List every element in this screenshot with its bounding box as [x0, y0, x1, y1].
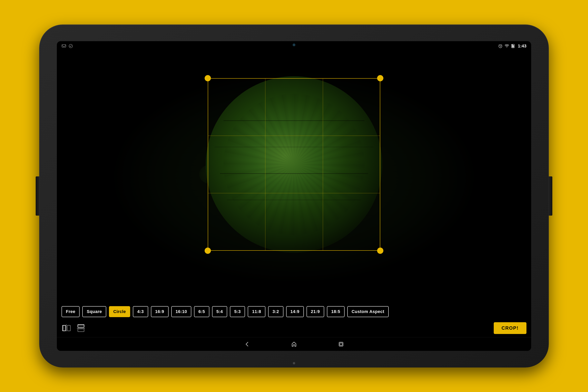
navigation-bar [57, 337, 531, 351]
bottom-toolbar: FreeSquareCircle4:316:916:106:55:45:311:… [57, 303, 531, 351]
nav-back-button[interactable] [243, 340, 251, 348]
crop-handle-bottom-right[interactable] [377, 248, 384, 254]
aspect-btn-square[interactable]: Square [82, 306, 106, 317]
action-icons-group [62, 323, 86, 333]
home-icon [291, 341, 297, 347]
signal-icon [511, 44, 515, 48]
crop-handle-top-left[interactable] [204, 75, 211, 81]
flip-h-icon [62, 324, 71, 332]
tablet-device: 1:43 [39, 24, 549, 368]
flip-v-icon [77, 324, 85, 332]
check-icon [68, 44, 73, 48]
svg-rect-7 [62, 325, 64, 331]
notification-icon [62, 44, 66, 48]
flip-vertical-button[interactable] [76, 323, 86, 333]
aspect-btn-5-3[interactable]: 5:3 [230, 306, 245, 317]
time-display: 1:43 [518, 44, 526, 48]
aspect-btn-16-10[interactable]: 16:10 [171, 306, 192, 317]
status-left-icons [62, 44, 73, 48]
crop-button[interactable]: CROP! [494, 322, 526, 334]
aspect-btn-3-2[interactable]: 3:2 [268, 306, 283, 317]
crop-handle-bottom-left[interactable] [204, 248, 211, 254]
aspect-btn-18-5[interactable]: 18:5 [327, 306, 344, 317]
status-right-icons: 1:43 [498, 44, 526, 48]
grid-line-h2 [208, 193, 380, 193]
aspect-btn-21-9[interactable]: 21:9 [306, 306, 324, 317]
crop-handle-top-right[interactable] [377, 75, 384, 81]
actions-row: CROP! [57, 320, 531, 337]
crop-overlay[interactable] [208, 78, 380, 251]
wifi-icon [504, 44, 509, 48]
aspect-btn-free[interactable]: Free [62, 306, 80, 317]
aspect-btn-14-9[interactable]: 14:9 [286, 306, 304, 317]
aspect-btn-16-9[interactable]: 16:9 [151, 306, 168, 317]
tablet-screen: 1:43 [57, 41, 531, 351]
flip-horizontal-button[interactable] [62, 323, 71, 333]
svg-rect-13 [78, 329, 84, 332]
svg-rect-15 [340, 343, 342, 345]
camera-indicator [293, 44, 295, 46]
aspect-btn-custom-aspect[interactable]: Custom Aspect [347, 306, 389, 317]
back-icon [244, 341, 250, 347]
svg-rect-9 [67, 325, 70, 331]
aspect-ratio-row: FreeSquareCircle4:316:916:106:55:45:311:… [57, 303, 531, 320]
aspect-btn-5-4[interactable]: 5:4 [212, 306, 227, 317]
alarm-icon [498, 44, 502, 48]
nav-recents-button[interactable] [337, 340, 345, 348]
svg-rect-5 [512, 45, 514, 48]
aspect-btn-circle[interactable]: Circle [109, 306, 130, 317]
aspect-btn-6-5[interactable]: 6:5 [194, 306, 209, 317]
crop-grid [208, 78, 380, 251]
aspect-btn-11-8[interactable]: 11:8 [248, 306, 266, 317]
recents-icon [338, 341, 344, 347]
svg-rect-11 [78, 324, 84, 326]
home-indicator-dot [293, 362, 295, 364]
photo-canvas[interactable] [57, 51, 531, 303]
nav-home-button[interactable] [290, 340, 298, 348]
grid-line-v2 [323, 78, 323, 251]
grid-line-v1 [265, 78, 266, 251]
aspect-btn-4-3[interactable]: 4:3 [133, 306, 148, 317]
